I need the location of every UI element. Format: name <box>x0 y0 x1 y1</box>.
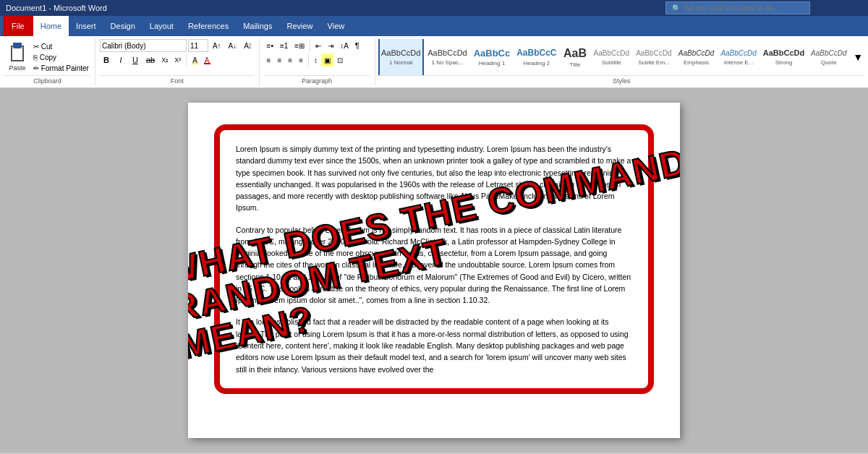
tab-design[interactable]: Design <box>103 16 142 36</box>
style-quote[interactable]: AaBbCcDd Quote <box>809 39 850 75</box>
shading-button[interactable]: ▣ <box>321 53 333 67</box>
paragraph-label: Paragraph <box>264 75 370 85</box>
align-center-button[interactable]: ≡ <box>274 53 284 67</box>
superscript-button[interactable]: X² <box>172 53 183 67</box>
search-input[interactable] <box>684 4 804 12</box>
numbering-button[interactable]: ≡1 <box>277 39 291 52</box>
style-title[interactable]: AaB Title <box>561 39 590 75</box>
font-label: Font <box>100 75 255 85</box>
style-strong[interactable]: AaBbCcDd Strong <box>760 39 807 75</box>
underline-button[interactable]: U <box>129 53 142 67</box>
multilevel-list-button[interactable]: ≡⊞ <box>292 39 307 52</box>
style-subtle-emphasis[interactable]: AaBbCcDd Subtle Em... <box>634 39 675 75</box>
line-spacing-button[interactable]: ↕ <box>311 53 320 67</box>
font-color-button[interactable]: A <box>202 53 213 67</box>
tab-home[interactable]: Home <box>33 16 69 36</box>
clear-format-button[interactable]: A⃝ <box>241 39 254 52</box>
align-left-button[interactable]: ≡ <box>264 53 274 67</box>
paragraph-2: Contrary to popular belief, Lorem Ipsum … <box>236 224 632 307</box>
bold-button[interactable]: B <box>100 53 113 67</box>
font-group: A↑ A↓ A⃝ B I U ab X₂ X² A A Font <box>95 38 260 86</box>
style-heading1[interactable]: AaBbCc Heading 1 <box>471 39 513 75</box>
paragraph-group: ≡• ≡1 ≡⊞ ⇤ ⇥ ↕A ¶ ≡ ≡ ≡ ≡ ↕ ▣ ⊡ Paragrap… <box>260 38 375 86</box>
clipboard-label: Clipboard <box>4 75 90 85</box>
font-size-increase-button[interactable]: A↑ <box>210 39 224 52</box>
styles-label: Styles <box>378 75 865 85</box>
content-box: Lorem Ipsum is simply dummy text of the … <box>214 124 654 394</box>
document-page: Lorem Ipsum is simply dummy text of the … <box>188 103 680 438</box>
decrease-indent-button[interactable]: ⇤ <box>312 39 324 52</box>
italic-button[interactable]: I <box>114 53 127 67</box>
subscript-button[interactable]: X₂ <box>159 53 171 67</box>
increase-indent-button[interactable]: ⇥ <box>325 39 336 52</box>
search-bar[interactable]: 🔍 <box>665 1 810 14</box>
font-name-input[interactable] <box>100 39 187 52</box>
sort-button[interactable]: ↕A <box>337 39 352 52</box>
font-size-decrease-button[interactable]: A↓ <box>226 39 240 52</box>
style-no-spacing[interactable]: AaBbCcDd 1 No Spac... <box>425 39 469 75</box>
style-emphasis[interactable]: AaBbCcDd Emphasis <box>676 39 717 75</box>
tab-references[interactable]: References <box>181 16 236 36</box>
show-marks-button[interactable]: ¶ <box>352 39 362 52</box>
bullets-button[interactable]: ≡• <box>264 39 276 52</box>
border-button[interactable]: ⊡ <box>334 53 346 67</box>
copy-button[interactable]: ⎘ Copy <box>32 53 90 62</box>
app-title: Document1 - Microsoft Word <box>6 4 107 12</box>
justify-button[interactable]: ≡ <box>296 53 306 67</box>
style-intense-emphasis[interactable]: AaBbCcDd Intense E... <box>718 39 760 75</box>
tab-review[interactable]: Review <box>280 16 320 36</box>
main-area: Lorem Ipsum is simply dummy text of the … <box>0 88 868 453</box>
styles-more-button[interactable]: ▼ <box>851 49 865 65</box>
search-icon: 🔍 <box>672 4 681 12</box>
tab-view[interactable]: View <box>320 16 352 36</box>
clipboard-group: Paste ✂ Cut ⎘ Copy ✏ Format Painter Clip… <box>0 38 95 86</box>
style-heading2[interactable]: AaBbCcC Heading 2 <box>514 39 559 75</box>
styles-group: AaBbCcDd 1 Normal AaBbCcDd 1 No Spac... … <box>375 38 868 86</box>
align-right-button[interactable]: ≡ <box>285 53 295 67</box>
paste-button[interactable]: Paste <box>4 39 30 75</box>
style-normal[interactable]: AaBbCcDd 1 Normal <box>378 39 424 75</box>
text-highlight-button[interactable]: A <box>190 53 200 67</box>
font-size-input[interactable] <box>188 39 208 52</box>
paragraph-3: It is a long established fact that a rea… <box>236 316 632 374</box>
tab-insert[interactable]: Insert <box>69 16 103 36</box>
tab-mailings[interactable]: Mailings <box>236 16 279 36</box>
tab-file[interactable]: File <box>3 16 33 36</box>
strikethrough-button[interactable]: ab <box>143 53 158 67</box>
style-subtitle[interactable]: AaBbCcDd Subtitle <box>591 39 632 75</box>
cut-button[interactable]: ✂ Cut <box>32 42 90 51</box>
ribbon-content: Paste ✂ Cut ⎘ Copy ✏ Format Painter Clip… <box>0 36 868 88</box>
tab-layout[interactable]: Layout <box>142 16 181 36</box>
ribbon-tabs: File Home Insert Design Layout Reference… <box>0 16 868 36</box>
paragraph-1: Lorem Ipsum is simply dummy text of the … <box>236 143 632 214</box>
format-painter-button[interactable]: ✏ Format Painter <box>32 64 90 73</box>
